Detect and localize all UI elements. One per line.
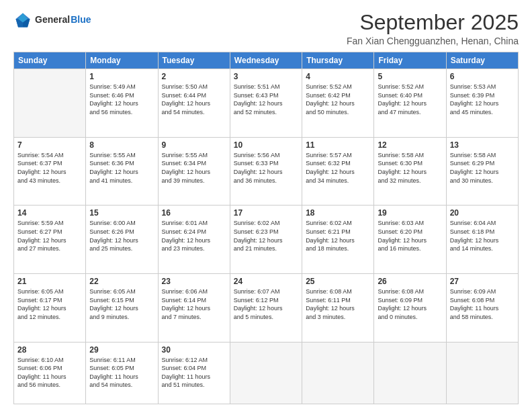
calendar-cell	[446, 342, 518, 404]
title-block: September 2025 Fan Xian Chengguanzhen, H…	[347, 11, 519, 46]
calendar-header-wednesday: Wednesday	[230, 52, 302, 69]
day-number: 23	[162, 277, 226, 286]
calendar-header-sunday: Sunday	[14, 52, 86, 69]
day-number: 1	[89, 72, 154, 81]
day-number: 13	[450, 140, 515, 150]
day-number: 18	[306, 208, 370, 218]
calendar-cell: 23 Sunrise: 6:06 AMSunset: 6:14 PMDaylig…	[158, 274, 230, 342]
calendar-cell: 6 Sunrise: 5:53 AMSunset: 6:39 PMDayligh…	[446, 69, 518, 138]
day-info: Sunrise: 6:00 AMSunset: 6:26 PMDaylight:…	[89, 219, 154, 253]
calendar-cell: 22 Sunrise: 6:05 AMSunset: 6:15 PMDaylig…	[86, 274, 158, 342]
day-number: 24	[234, 277, 298, 286]
day-info: Sunrise: 5:49 AMSunset: 6:46 PMDaylight:…	[89, 83, 154, 116]
month-title: September 2025	[347, 11, 519, 34]
calendar-cell: 4 Sunrise: 5:52 AMSunset: 6:42 PMDayligh…	[302, 69, 374, 138]
calendar-cell: 18 Sunrise: 6:02 AMSunset: 6:21 PMDaylig…	[302, 205, 374, 274]
calendar-cell: 11 Sunrise: 5:57 AMSunset: 6:32 PMDaylig…	[302, 137, 374, 205]
day-info: Sunrise: 5:55 AMSunset: 6:34 PMDaylight:…	[162, 151, 226, 185]
calendar-cell: 13 Sunrise: 5:58 AMSunset: 6:29 PMDaylig…	[446, 137, 518, 205]
day-info: Sunrise: 6:02 AMSunset: 6:23 PMDaylight:…	[234, 219, 298, 253]
calendar-cell: 1 Sunrise: 5:49 AMSunset: 6:46 PMDayligh…	[86, 69, 158, 138]
day-number: 21	[17, 277, 82, 286]
logo: General Blue	[13, 11, 91, 30]
day-info: Sunrise: 6:07 AMSunset: 6:12 PMDaylight:…	[234, 287, 298, 321]
day-number: 25	[306, 277, 370, 286]
day-number: 19	[378, 208, 442, 218]
day-info: Sunrise: 6:10 AMSunset: 6:06 PMDaylight:…	[17, 356, 82, 390]
day-number: 2	[162, 72, 226, 81]
day-number: 27	[450, 277, 515, 286]
day-info: Sunrise: 6:05 AMSunset: 6:17 PMDaylight:…	[17, 287, 82, 321]
calendar-cell	[230, 342, 302, 404]
calendar-header-tuesday: Tuesday	[158, 52, 230, 69]
day-info: Sunrise: 5:51 AMSunset: 6:43 PMDaylight:…	[234, 83, 298, 116]
day-info: Sunrise: 6:06 AMSunset: 6:14 PMDaylight:…	[162, 287, 226, 321]
calendar-week-1: 1 Sunrise: 5:49 AMSunset: 6:46 PMDayligh…	[14, 69, 519, 138]
calendar-cell: 8 Sunrise: 5:55 AMSunset: 6:36 PMDayligh…	[86, 137, 158, 205]
day-info: Sunrise: 5:54 AMSunset: 6:37 PMDaylight:…	[17, 151, 82, 185]
logo-text: General Blue	[35, 15, 91, 25]
day-info: Sunrise: 5:59 AMSunset: 6:27 PMDaylight:…	[17, 219, 82, 253]
calendar-cell: 7 Sunrise: 5:54 AMSunset: 6:37 PMDayligh…	[14, 137, 86, 205]
day-number: 22	[89, 277, 154, 286]
day-info: Sunrise: 6:09 AMSunset: 6:08 PMDaylight:…	[450, 287, 515, 321]
day-number: 4	[306, 72, 370, 81]
day-info: Sunrise: 5:57 AMSunset: 6:32 PMDaylight:…	[306, 151, 370, 185]
day-number: 9	[162, 140, 226, 150]
calendar-cell: 25 Sunrise: 6:08 AMSunset: 6:11 PMDaylig…	[302, 274, 374, 342]
day-number: 28	[17, 345, 82, 355]
calendar-cell: 24 Sunrise: 6:07 AMSunset: 6:12 PMDaylig…	[230, 274, 302, 342]
calendar-cell	[302, 342, 374, 404]
day-info: Sunrise: 6:01 AMSunset: 6:24 PMDaylight:…	[162, 219, 226, 253]
day-info: Sunrise: 6:11 AMSunset: 6:05 PMDaylight:…	[89, 356, 154, 390]
logo-blue: Blue	[71, 15, 91, 25]
day-info: Sunrise: 5:52 AMSunset: 6:40 PMDaylight:…	[378, 83, 442, 116]
day-number: 30	[162, 345, 226, 355]
day-info: Sunrise: 5:55 AMSunset: 6:36 PMDaylight:…	[89, 151, 154, 185]
day-info: Sunrise: 6:02 AMSunset: 6:21 PMDaylight:…	[306, 219, 370, 253]
calendar-cell: 14 Sunrise: 5:59 AMSunset: 6:27 PMDaylig…	[14, 205, 86, 274]
calendar-cell: 19 Sunrise: 6:03 AMSunset: 6:20 PMDaylig…	[374, 205, 446, 274]
calendar-cell: 17 Sunrise: 6:02 AMSunset: 6:23 PMDaylig…	[230, 205, 302, 274]
calendar-cell: 16 Sunrise: 6:01 AMSunset: 6:24 PMDaylig…	[158, 205, 230, 274]
calendar-cell: 5 Sunrise: 5:52 AMSunset: 6:40 PMDayligh…	[374, 69, 446, 138]
header: General Blue September 2025 Fan Xian Che…	[13, 11, 519, 46]
day-info: Sunrise: 5:58 AMSunset: 6:30 PMDaylight:…	[378, 151, 442, 185]
calendar-cell	[374, 342, 446, 404]
calendar-cell	[14, 69, 86, 138]
day-number: 26	[378, 277, 442, 286]
calendar-header-monday: Monday	[86, 52, 158, 69]
calendar-cell: 15 Sunrise: 6:00 AMSunset: 6:26 PMDaylig…	[86, 205, 158, 274]
logo-icon	[13, 11, 32, 30]
calendar-cell: 30 Sunrise: 6:12 AMSunset: 6:04 PMDaylig…	[158, 342, 230, 404]
day-number: 7	[17, 140, 82, 150]
calendar-cell: 28 Sunrise: 6:10 AMSunset: 6:06 PMDaylig…	[14, 342, 86, 404]
day-info: Sunrise: 6:12 AMSunset: 6:04 PMDaylight:…	[162, 356, 226, 390]
day-number: 17	[234, 208, 298, 218]
day-info: Sunrise: 5:50 AMSunset: 6:44 PMDaylight:…	[162, 83, 226, 116]
page: General Blue September 2025 Fan Xian Che…	[0, 0, 532, 411]
day-info: Sunrise: 6:05 AMSunset: 6:15 PMDaylight:…	[89, 287, 154, 321]
calendar-week-4: 21 Sunrise: 6:05 AMSunset: 6:17 PMDaylig…	[14, 274, 519, 342]
calendar-week-2: 7 Sunrise: 5:54 AMSunset: 6:37 PMDayligh…	[14, 137, 519, 205]
day-info: Sunrise: 5:52 AMSunset: 6:42 PMDaylight:…	[306, 83, 370, 116]
day-number: 11	[306, 140, 370, 150]
day-number: 12	[378, 140, 442, 150]
day-number: 29	[89, 345, 154, 355]
day-number: 10	[234, 140, 298, 150]
calendar-cell: 10 Sunrise: 5:56 AMSunset: 6:33 PMDaylig…	[230, 137, 302, 205]
calendar-cell: 20 Sunrise: 6:04 AMSunset: 6:18 PMDaylig…	[446, 205, 518, 274]
day-number: 16	[162, 208, 226, 218]
calendar-cell: 29 Sunrise: 6:11 AMSunset: 6:05 PMDaylig…	[86, 342, 158, 404]
calendar-header-saturday: Saturday	[446, 52, 518, 69]
day-number: 14	[17, 208, 82, 218]
day-number: 3	[234, 72, 298, 81]
day-info: Sunrise: 6:08 AMSunset: 6:11 PMDaylight:…	[306, 287, 370, 321]
day-number: 20	[450, 208, 515, 218]
day-number: 8	[89, 140, 154, 150]
day-number: 6	[450, 72, 515, 81]
day-info: Sunrise: 5:56 AMSunset: 6:33 PMDaylight:…	[234, 151, 298, 185]
calendar: SundayMondayTuesdayWednesdayThursdayFrid…	[13, 52, 519, 404]
location-title: Fan Xian Chengguanzhen, Henan, China	[347, 36, 519, 46]
calendar-header-row: SundayMondayTuesdayWednesdayThursdayFrid…	[14, 52, 519, 69]
